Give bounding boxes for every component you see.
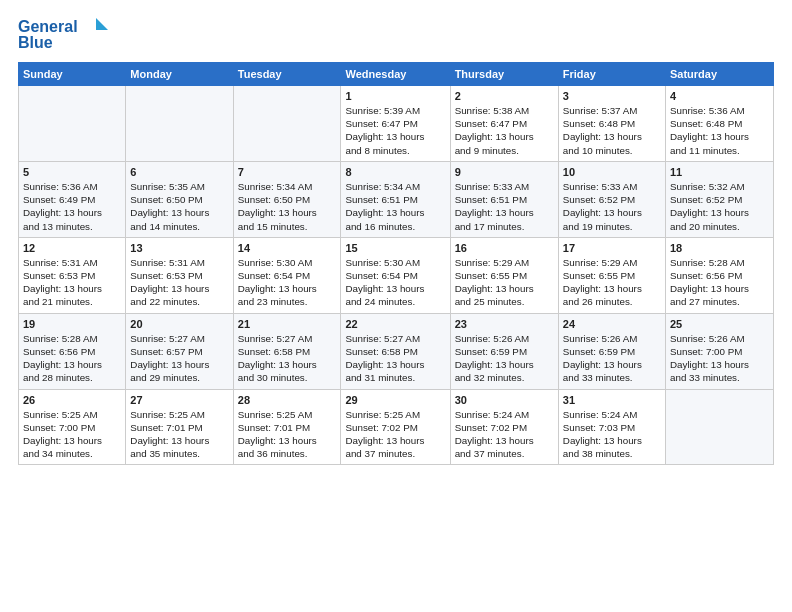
day-info: Sunrise: 5:39 AM Sunset: 6:47 PM Dayligh… [345,104,445,157]
weekday-friday: Friday [558,63,665,86]
day-cell: 24Sunrise: 5:26 AM Sunset: 6:59 PM Dayli… [558,313,665,389]
day-cell: 9Sunrise: 5:33 AM Sunset: 6:51 PM Daylig… [450,161,558,237]
day-number: 22 [345,318,445,330]
day-info: Sunrise: 5:28 AM Sunset: 6:56 PM Dayligh… [23,332,121,385]
day-number: 18 [670,242,769,254]
weekday-monday: Monday [126,63,233,86]
day-number: 1 [345,90,445,102]
day-cell: 5Sunrise: 5:36 AM Sunset: 6:49 PM Daylig… [19,161,126,237]
day-cell [19,86,126,162]
generalblue-logo-icon: GeneralBlue [18,16,118,54]
day-info: Sunrise: 5:36 AM Sunset: 6:49 PM Dayligh… [23,180,121,233]
day-info: Sunrise: 5:26 AM Sunset: 6:59 PM Dayligh… [455,332,554,385]
day-info: Sunrise: 5:25 AM Sunset: 7:02 PM Dayligh… [345,408,445,461]
day-number: 13 [130,242,228,254]
day-number: 28 [238,394,337,406]
day-number: 6 [130,166,228,178]
day-cell: 15Sunrise: 5:30 AM Sunset: 6:54 PM Dayli… [341,237,450,313]
week-row-5: 26Sunrise: 5:25 AM Sunset: 7:00 PM Dayli… [19,389,774,465]
day-number: 24 [563,318,661,330]
day-info: Sunrise: 5:34 AM Sunset: 6:51 PM Dayligh… [345,180,445,233]
day-cell: 11Sunrise: 5:32 AM Sunset: 6:52 PM Dayli… [665,161,773,237]
day-info: Sunrise: 5:26 AM Sunset: 7:00 PM Dayligh… [670,332,769,385]
day-number: 5 [23,166,121,178]
day-cell: 18Sunrise: 5:28 AM Sunset: 6:56 PM Dayli… [665,237,773,313]
weekday-saturday: Saturday [665,63,773,86]
day-cell: 8Sunrise: 5:34 AM Sunset: 6:51 PM Daylig… [341,161,450,237]
day-info: Sunrise: 5:31 AM Sunset: 6:53 PM Dayligh… [23,256,121,309]
day-number: 17 [563,242,661,254]
day-info: Sunrise: 5:28 AM Sunset: 6:56 PM Dayligh… [670,256,769,309]
day-number: 31 [563,394,661,406]
day-cell: 1Sunrise: 5:39 AM Sunset: 6:47 PM Daylig… [341,86,450,162]
svg-marker-1 [96,18,108,30]
day-info: Sunrise: 5:29 AM Sunset: 6:55 PM Dayligh… [563,256,661,309]
day-cell: 2Sunrise: 5:38 AM Sunset: 6:47 PM Daylig… [450,86,558,162]
day-info: Sunrise: 5:27 AM Sunset: 6:58 PM Dayligh… [345,332,445,385]
day-info: Sunrise: 5:30 AM Sunset: 6:54 PM Dayligh… [238,256,337,309]
day-cell: 28Sunrise: 5:25 AM Sunset: 7:01 PM Dayli… [233,389,341,465]
weekday-tuesday: Tuesday [233,63,341,86]
day-cell: 6Sunrise: 5:35 AM Sunset: 6:50 PM Daylig… [126,161,233,237]
day-number: 2 [455,90,554,102]
day-cell: 26Sunrise: 5:25 AM Sunset: 7:00 PM Dayli… [19,389,126,465]
calendar-page: GeneralBlue SundayMondayTuesdayWednesday… [0,0,792,612]
day-info: Sunrise: 5:34 AM Sunset: 6:50 PM Dayligh… [238,180,337,233]
day-info: Sunrise: 5:38 AM Sunset: 6:47 PM Dayligh… [455,104,554,157]
day-number: 21 [238,318,337,330]
day-cell: 25Sunrise: 5:26 AM Sunset: 7:00 PM Dayli… [665,313,773,389]
day-number: 8 [345,166,445,178]
day-info: Sunrise: 5:36 AM Sunset: 6:48 PM Dayligh… [670,104,769,157]
day-cell: 20Sunrise: 5:27 AM Sunset: 6:57 PM Dayli… [126,313,233,389]
day-cell: 14Sunrise: 5:30 AM Sunset: 6:54 PM Dayli… [233,237,341,313]
day-cell [233,86,341,162]
day-info: Sunrise: 5:37 AM Sunset: 6:48 PM Dayligh… [563,104,661,157]
day-info: Sunrise: 5:30 AM Sunset: 6:54 PM Dayligh… [345,256,445,309]
day-cell: 7Sunrise: 5:34 AM Sunset: 6:50 PM Daylig… [233,161,341,237]
day-cell: 3Sunrise: 5:37 AM Sunset: 6:48 PM Daylig… [558,86,665,162]
weekday-thursday: Thursday [450,63,558,86]
week-row-4: 19Sunrise: 5:28 AM Sunset: 6:56 PM Dayli… [19,313,774,389]
day-number: 30 [455,394,554,406]
day-info: Sunrise: 5:27 AM Sunset: 6:58 PM Dayligh… [238,332,337,385]
day-info: Sunrise: 5:33 AM Sunset: 6:51 PM Dayligh… [455,180,554,233]
day-number: 16 [455,242,554,254]
day-info: Sunrise: 5:25 AM Sunset: 7:01 PM Dayligh… [130,408,228,461]
day-info: Sunrise: 5:25 AM Sunset: 7:00 PM Dayligh… [23,408,121,461]
day-info: Sunrise: 5:33 AM Sunset: 6:52 PM Dayligh… [563,180,661,233]
day-info: Sunrise: 5:32 AM Sunset: 6:52 PM Dayligh… [670,180,769,233]
day-info: Sunrise: 5:35 AM Sunset: 6:50 PM Dayligh… [130,180,228,233]
day-cell: 19Sunrise: 5:28 AM Sunset: 6:56 PM Dayli… [19,313,126,389]
day-cell: 13Sunrise: 5:31 AM Sunset: 6:53 PM Dayli… [126,237,233,313]
day-cell: 27Sunrise: 5:25 AM Sunset: 7:01 PM Dayli… [126,389,233,465]
day-info: Sunrise: 5:29 AM Sunset: 6:55 PM Dayligh… [455,256,554,309]
weekday-header-row: SundayMondayTuesdayWednesdayThursdayFrid… [19,63,774,86]
week-row-3: 12Sunrise: 5:31 AM Sunset: 6:53 PM Dayli… [19,237,774,313]
day-cell: 4Sunrise: 5:36 AM Sunset: 6:48 PM Daylig… [665,86,773,162]
logo: GeneralBlue [18,16,118,54]
day-info: Sunrise: 5:31 AM Sunset: 6:53 PM Dayligh… [130,256,228,309]
weekday-sunday: Sunday [19,63,126,86]
day-info: Sunrise: 5:24 AM Sunset: 7:02 PM Dayligh… [455,408,554,461]
day-cell: 16Sunrise: 5:29 AM Sunset: 6:55 PM Dayli… [450,237,558,313]
day-number: 4 [670,90,769,102]
day-number: 7 [238,166,337,178]
day-cell: 10Sunrise: 5:33 AM Sunset: 6:52 PM Dayli… [558,161,665,237]
header: GeneralBlue [18,16,774,54]
day-cell [665,389,773,465]
day-cell: 23Sunrise: 5:26 AM Sunset: 6:59 PM Dayli… [450,313,558,389]
day-cell [126,86,233,162]
day-number: 26 [23,394,121,406]
day-number: 15 [345,242,445,254]
day-cell: 29Sunrise: 5:25 AM Sunset: 7:02 PM Dayli… [341,389,450,465]
day-cell: 12Sunrise: 5:31 AM Sunset: 6:53 PM Dayli… [19,237,126,313]
day-number: 14 [238,242,337,254]
weekday-wednesday: Wednesday [341,63,450,86]
day-number: 27 [130,394,228,406]
day-number: 19 [23,318,121,330]
day-cell: 31Sunrise: 5:24 AM Sunset: 7:03 PM Dayli… [558,389,665,465]
day-number: 9 [455,166,554,178]
day-info: Sunrise: 5:25 AM Sunset: 7:01 PM Dayligh… [238,408,337,461]
day-cell: 30Sunrise: 5:24 AM Sunset: 7:02 PM Dayli… [450,389,558,465]
day-number: 10 [563,166,661,178]
